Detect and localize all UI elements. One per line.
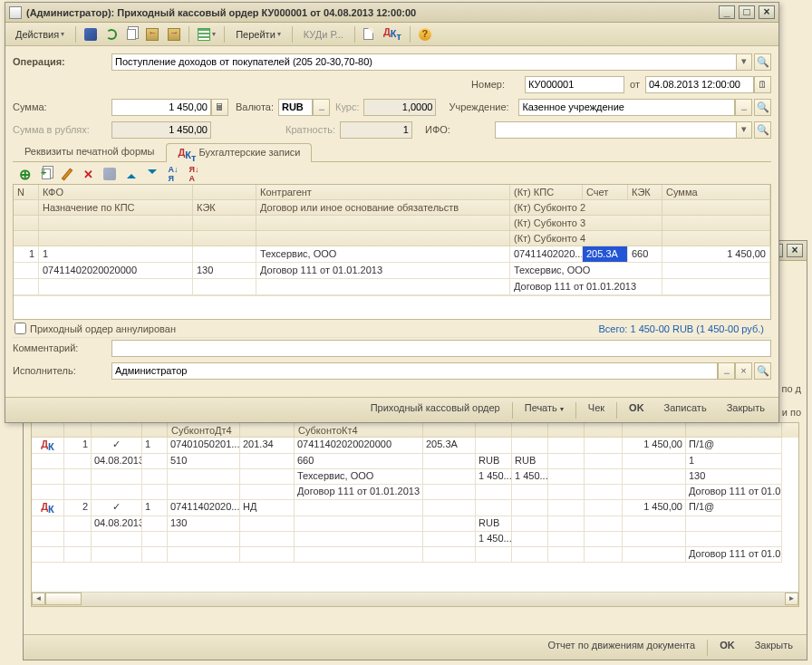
dtkt-mini-icon: ДКт (178, 149, 196, 158)
structure-icon[interactable]: ▾ (194, 25, 219, 43)
operation-search-icon[interactable]: 🔍 (754, 53, 771, 71)
sum-label: Сумма: (13, 101, 107, 112)
annulled-label: Приходный ордер аннулирован (30, 323, 176, 334)
main-toolbar: Действия▾ ▾ Перейти▾ КУДи Р... ДКт ? (5, 23, 778, 46)
row-movedown-icon[interactable] (143, 165, 161, 183)
minimize-button[interactable]: _ (719, 5, 735, 19)
currency-choose-icon[interactable]: ... (313, 99, 330, 116)
movements-grid: СубконтоДт4 СубконтоКт4 ДК 1 ✓ 1 0740105… (31, 422, 799, 607)
window-title: (Администратор): Приходный кассовый орде… (26, 7, 719, 18)
titlebar: (Администратор): Приходный кассовый орде… (5, 3, 778, 23)
org-choose-icon[interactable]: ... (735, 99, 752, 116)
row-delete-icon[interactable]: ✕ (79, 165, 97, 183)
org-field[interactable]: Казенное учреждение (518, 99, 735, 116)
close-button-doc[interactable]: Закрыть (719, 401, 773, 419)
date-field[interactable]: 04.08.2013 12:00:00 (645, 76, 754, 93)
post-icon[interactable] (142, 25, 162, 43)
actions-menu[interactable]: Действия▾ (9, 25, 71, 43)
dtkt-icon[interactable]: ДКт (380, 25, 405, 43)
col-purpose[interactable]: Назначение по КПС (39, 200, 193, 216)
row-add-icon[interactable]: ⊕ (15, 165, 34, 183)
col-sum[interactable]: Сумма (662, 185, 770, 200)
doc-icon[interactable] (360, 25, 378, 43)
sum-field[interactable]: 1 450,00 (111, 99, 211, 116)
ifo-search-icon[interactable]: 🔍 (754, 121, 771, 139)
number-field[interactable]: КУ000001 (525, 76, 624, 93)
col-contract[interactable]: Договор или иное основание обязательств (256, 200, 510, 216)
maximize-button[interactable]: □ (739, 5, 755, 19)
close-button[interactable]: × (759, 5, 775, 19)
ifo-label: ИФО: (425, 124, 490, 135)
account-cell-selected[interactable]: 205.3А (583, 246, 628, 263)
ok-button[interactable]: OK (621, 401, 652, 419)
refresh-icon[interactable] (102, 25, 121, 43)
movement-row-1[interactable]: ДК 1 ✓ 1 07401050201... 201.34 074114020… (32, 438, 798, 500)
org-search-icon[interactable]: 🔍 (754, 99, 771, 116)
document-footer: Приходный кассовый ордер Печать ▾ Чек OK… (5, 397, 778, 422)
row-edit-icon[interactable] (58, 165, 76, 183)
row-save-icon[interactable] (100, 165, 120, 183)
print-button[interactable]: Печать ▾ (517, 401, 572, 419)
check-button[interactable]: Чек (580, 401, 613, 419)
comment-field[interactable] (111, 340, 771, 357)
help-icon[interactable]: ? (415, 25, 435, 43)
close-button-back[interactable]: Закрыть (747, 639, 801, 657)
report-button[interactable]: Отчет по движениям документа (540, 639, 704, 657)
from-label: от (630, 79, 640, 90)
org-label: Учреждение: (449, 101, 514, 112)
ok-button-back[interactable]: OK (711, 639, 743, 657)
pko-button[interactable]: Приходный кассовый ордер (362, 401, 508, 419)
sumrub-label: Сумма в рублях: (13, 124, 107, 135)
write-button[interactable]: Записать (656, 401, 715, 419)
tab-print-details[interactable]: Реквизиты печатной формы (13, 142, 166, 161)
col-subk3[interactable]: (Кт) Субконто 3 (510, 216, 662, 231)
col-n[interactable]: N (14, 185, 39, 200)
grid-hscrollbar[interactable]: ◄ ► (32, 592, 798, 606)
col-ktkps[interactable]: (Кт) КПС (510, 185, 583, 200)
side-text-2: и по (782, 407, 801, 418)
executor-clear-icon[interactable]: × (735, 362, 752, 380)
goto-menu[interactable]: Перейти▾ (229, 25, 287, 43)
calculator-icon[interactable]: 🖩 (211, 99, 228, 116)
col-kek2[interactable]: КЭК (193, 200, 256, 216)
movement-row-2[interactable]: ДК 2 ✓ 1 07411402020... НД 1 450,00 П/1@… (32, 500, 798, 563)
rate-label: Курс: (335, 101, 359, 112)
mult-label: Кратность: (285, 124, 335, 135)
unpost-icon[interactable] (164, 25, 184, 43)
annulled-checkbox[interactable] (14, 323, 26, 334)
copy-icon[interactable] (122, 25, 140, 43)
comment-label: Комментарий: (13, 342, 107, 353)
row-sortdesc-icon[interactable]: Я↓A (185, 165, 203, 183)
document-window: (Администратор): Приходный кассовый орде… (5, 2, 779, 423)
ifo-field[interactable] (495, 121, 737, 139)
col-subk4[interactable]: (Кт) Субконто 4 (510, 231, 662, 246)
rate-field: 1,0000 (363, 99, 436, 116)
executor-choose-icon[interactable]: ... (718, 362, 735, 380)
operation-dropdown-icon[interactable]: ▾ (737, 53, 752, 71)
save-icon[interactable] (81, 25, 101, 43)
currency-label: Валюта: (236, 101, 274, 112)
close-button[interactable]: × (787, 244, 803, 257)
calendar-icon[interactable]: 🗓 (754, 76, 771, 93)
row-sortasc-icon[interactable]: A↓Я (164, 165, 182, 183)
total-text: Всего: 1 450-00 RUB (1 450-00 руб.) (180, 323, 769, 334)
col-subk2[interactable]: (Кт) Субконто 2 (510, 200, 662, 216)
col-kek[interactable]: КЭК (628, 185, 662, 200)
row-addcopy-icon[interactable] (37, 165, 55, 183)
executor-search-icon[interactable]: 🔍 (754, 362, 771, 380)
kudip-button[interactable]: КУДи Р... (297, 25, 350, 43)
executor-field[interactable]: Администратор (111, 362, 718, 380)
executor-label: Исполнитель: (13, 365, 107, 376)
col-contragent[interactable]: Контрагент (256, 185, 510, 200)
entries-grid: N КФО Контрагент (Кт) КПС Счет КЭК Сумма… (13, 184, 771, 320)
ifo-dropdown-icon[interactable]: ▾ (737, 121, 752, 139)
col-account[interactable]: Счет (583, 185, 628, 200)
operation-select[interactable]: Поступление доходов от покупателей (205 … (111, 53, 737, 71)
currency-field[interactable]: RUB (278, 99, 313, 116)
subkontodt4-header: СубконтоДт4 (168, 423, 240, 438)
col-kfo[interactable]: КФО (39, 185, 193, 200)
row-moveup-icon[interactable] (122, 165, 140, 183)
grid-toolbar: ⊕ ✕ A↓Я Я↓A (13, 162, 771, 184)
grid-row-1[interactable]: 1 1 Техсервис, ООО 07411402020... 205.3А… (14, 246, 770, 295)
tab-accounting[interactable]: ДКт Бухгалтерские записи (166, 143, 312, 162)
